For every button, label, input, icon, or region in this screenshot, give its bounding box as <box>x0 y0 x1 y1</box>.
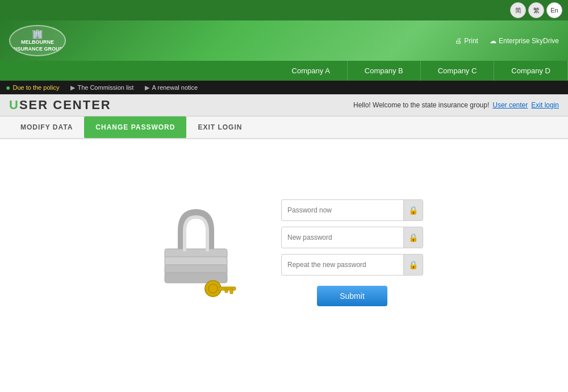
tab-company-c[interactable]: Company C <box>421 61 495 81</box>
lock-icon-field-3: 🔒 <box>403 254 423 276</box>
welcome-message: Hello! Welcome to the state insurance gr… <box>353 101 559 109</box>
svg-rect-7 <box>230 289 233 294</box>
ticker-due-policy[interactable]: ● Due to the policy <box>6 83 59 92</box>
page-header-area: 🏢 MELBOURNE INSURANCE GROUP 🖨 Print ☁ En… <box>0 20 568 61</box>
sub-nav-change-password[interactable]: CHANGE PASSWORD <box>84 116 186 138</box>
ticker-commission-list[interactable]: ▶ The Commission list <box>70 84 133 91</box>
page-title: USER CENTER <box>9 98 353 112</box>
svg-rect-8 <box>225 289 228 293</box>
nav-tabs: Company A Company B Company C Company D <box>0 61 568 81</box>
logo-text: MELBOURNE INSURANCE GROUP <box>12 39 62 52</box>
repeat-password-input[interactable] <box>282 256 403 273</box>
lang-traditional-btn[interactable]: 繁 <box>528 2 544 18</box>
tab-company-b[interactable]: Company B <box>348 61 421 81</box>
exit-login-link[interactable]: Exit login <box>531 101 559 109</box>
change-password-container: 🔒 🔒 🔒 Submit <box>145 199 423 306</box>
logo-area: 🏢 MELBOURNE INSURANCE GROUP <box>9 25 66 56</box>
sub-nav-modify-data[interactable]: MODIFY DATA <box>9 116 84 138</box>
password-now-row: 🔒 <box>281 199 423 221</box>
lock-icon-field-2: 🔒 <box>403 227 423 248</box>
sub-nav: MODIFY DATA CHANGE PASSWORD EXIT LOGIN <box>0 116 568 139</box>
sub-nav-exit-login[interactable]: EXIT LOGIN <box>186 116 253 138</box>
ticker-arrow-icon2: ▶ <box>145 84 149 91</box>
password-now-input[interactable] <box>282 202 403 219</box>
lock-illustration <box>145 202 247 304</box>
lang-english-btn[interactable]: En <box>546 2 562 18</box>
cloud-icon: ☁ <box>490 37 496 45</box>
svg-rect-3 <box>165 273 227 283</box>
lock-svg <box>151 205 241 301</box>
print-icon: 🖨 <box>455 37 462 45</box>
lock-icon-field-1: 🔒 <box>403 199 423 221</box>
tab-company-a[interactable]: Company A <box>275 61 348 81</box>
lang-simplified-btn[interactable]: 简 <box>510 2 526 18</box>
logo: 🏢 MELBOURNE INSURANCE GROUP <box>9 25 66 56</box>
content-spacer <box>0 366 568 392</box>
ticker-bar: ● Due to the policy ▶ The Commission lis… <box>0 81 568 94</box>
language-bar: 简 繁 En <box>0 0 568 20</box>
tab-company-d[interactable]: Company D <box>494 61 568 81</box>
ticker-dot-icon: ● <box>6 83 10 92</box>
header-links: 🖨 Print ☁ Enterprise SkyDrive <box>455 37 559 45</box>
submit-button[interactable]: Submit <box>317 286 387 306</box>
print-link[interactable]: 🖨 Print <box>455 37 478 45</box>
new-password-input[interactable] <box>282 229 403 246</box>
ticker-arrow-icon: ▶ <box>70 84 75 91</box>
repeat-password-row: 🔒 <box>281 254 423 276</box>
ticker-renewal-notice[interactable]: ▶ A renewal notice <box>145 84 198 91</box>
user-center-link[interactable]: User center <box>492 101 528 109</box>
new-password-row: 🔒 <box>281 227 423 248</box>
password-form: 🔒 🔒 🔒 Submit <box>281 199 423 306</box>
page-title-bar: USER CENTER Hello! Welcome to the state … <box>0 94 568 116</box>
main-content: 🔒 🔒 🔒 Submit <box>0 139 568 366</box>
skydrive-link[interactable]: ☁ Enterprise SkyDrive <box>490 37 559 45</box>
